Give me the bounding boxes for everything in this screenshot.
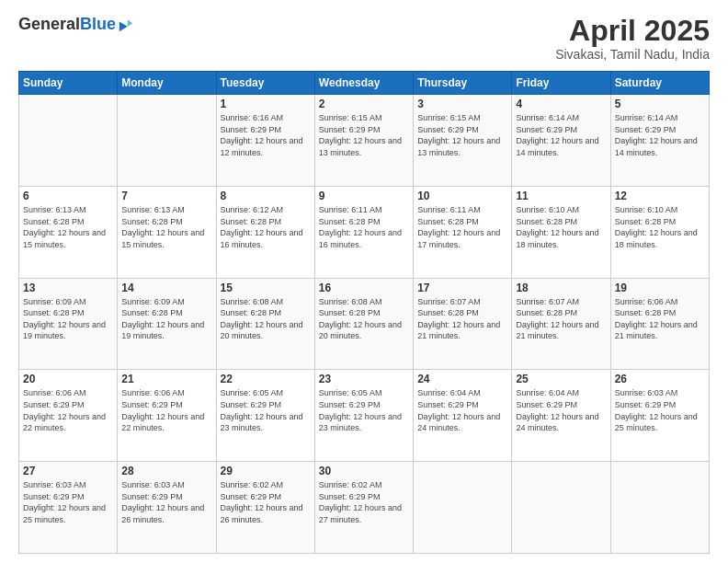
logo-general: GeneralBlue	[18, 15, 116, 34]
cell-info: Sunrise: 6:13 AM Sunset: 6:28 PM Dayligh…	[121, 204, 211, 250]
calendar-cell: 14Sunrise: 6:09 AM Sunset: 6:28 PM Dayli…	[118, 278, 216, 370]
cell-info: Sunrise: 6:06 AM Sunset: 6:29 PM Dayligh…	[23, 387, 113, 433]
day-number: 17	[417, 282, 507, 294]
calendar-header-cell: Tuesday	[216, 72, 314, 95]
calendar-header-row: SundayMondayTuesdayWednesdayThursdayFrid…	[19, 72, 710, 95]
logo-text: GeneralBlue	[18, 15, 134, 34]
day-number: 6	[23, 190, 113, 202]
calendar-week-row: 1Sunrise: 6:16 AM Sunset: 6:29 PM Daylig…	[19, 95, 710, 187]
cell-info: Sunrise: 6:03 AM Sunset: 6:29 PM Dayligh…	[615, 387, 705, 433]
svg-marker-0	[119, 17, 128, 30]
cell-info: Sunrise: 6:07 AM Sunset: 6:28 PM Dayligh…	[417, 296, 507, 342]
cell-info: Sunrise: 6:08 AM Sunset: 6:28 PM Dayligh…	[319, 296, 409, 342]
cell-info: Sunrise: 6:02 AM Sunset: 6:29 PM Dayligh…	[319, 479, 409, 525]
location: Sivakasi, Tamil Nadu, India	[555, 47, 710, 62]
day-number: 4	[516, 98, 606, 110]
calendar-cell: 24Sunrise: 6:04 AM Sunset: 6:29 PM Dayli…	[414, 370, 512, 462]
header: GeneralBlue April 2025 Sivakasi, Tamil N…	[18, 15, 710, 62]
calendar-cell: 17Sunrise: 6:07 AM Sunset: 6:28 PM Dayli…	[414, 278, 512, 370]
calendar-cell: 11Sunrise: 6:10 AM Sunset: 6:28 PM Dayli…	[512, 186, 610, 278]
cell-info: Sunrise: 6:15 AM Sunset: 6:29 PM Dayligh…	[417, 112, 507, 158]
cell-info: Sunrise: 6:02 AM Sunset: 6:29 PM Dayligh…	[221, 479, 311, 525]
calendar-cell: 1Sunrise: 6:16 AM Sunset: 6:29 PM Daylig…	[216, 95, 314, 187]
day-number: 25	[516, 373, 606, 385]
calendar-cell: 23Sunrise: 6:05 AM Sunset: 6:29 PM Dayli…	[314, 370, 413, 462]
cell-info: Sunrise: 6:11 AM Sunset: 6:28 PM Dayligh…	[417, 204, 507, 250]
month-title: April 2025	[555, 15, 710, 47]
cell-info: Sunrise: 6:03 AM Sunset: 6:29 PM Dayligh…	[121, 479, 211, 525]
cell-info: Sunrise: 6:09 AM Sunset: 6:28 PM Dayligh…	[121, 296, 211, 342]
calendar-cell: 10Sunrise: 6:11 AM Sunset: 6:28 PM Dayli…	[414, 186, 512, 278]
calendar-header-cell: Friday	[512, 72, 610, 95]
day-number: 28	[121, 465, 211, 477]
calendar-body: 1Sunrise: 6:16 AM Sunset: 6:29 PM Daylig…	[19, 95, 710, 554]
day-number: 15	[221, 282, 311, 294]
cell-info: Sunrise: 6:14 AM Sunset: 6:29 PM Dayligh…	[516, 112, 606, 158]
day-number: 5	[615, 98, 705, 110]
calendar-cell: 27Sunrise: 6:03 AM Sunset: 6:29 PM Dayli…	[19, 462, 118, 554]
calendar-cell: 2Sunrise: 6:15 AM Sunset: 6:29 PM Daylig…	[314, 95, 413, 187]
cell-info: Sunrise: 6:11 AM Sunset: 6:28 PM Dayligh…	[319, 204, 409, 250]
calendar-cell: 6Sunrise: 6:13 AM Sunset: 6:28 PM Daylig…	[19, 186, 118, 278]
calendar-cell: 3Sunrise: 6:15 AM Sunset: 6:29 PM Daylig…	[414, 95, 512, 187]
calendar-cell: 22Sunrise: 6:05 AM Sunset: 6:29 PM Dayli…	[216, 370, 314, 462]
cell-info: Sunrise: 6:10 AM Sunset: 6:28 PM Dayligh…	[516, 204, 606, 250]
calendar-cell: 13Sunrise: 6:09 AM Sunset: 6:28 PM Dayli…	[19, 278, 118, 370]
logo: GeneralBlue	[18, 15, 134, 34]
logo-flag-icon	[118, 17, 134, 33]
day-number: 27	[23, 465, 113, 477]
calendar-cell: 19Sunrise: 6:06 AM Sunset: 6:28 PM Dayli…	[610, 278, 709, 370]
day-number: 10	[417, 190, 507, 202]
calendar-cell	[118, 95, 216, 187]
calendar-cell: 16Sunrise: 6:08 AM Sunset: 6:28 PM Dayli…	[314, 278, 413, 370]
calendar-cell	[512, 462, 610, 554]
cell-info: Sunrise: 6:08 AM Sunset: 6:28 PM Dayligh…	[221, 296, 311, 342]
day-number: 30	[319, 465, 409, 477]
calendar-cell: 29Sunrise: 6:02 AM Sunset: 6:29 PM Dayli…	[216, 462, 314, 554]
cell-info: Sunrise: 6:06 AM Sunset: 6:29 PM Dayligh…	[121, 387, 211, 433]
calendar-week-row: 6Sunrise: 6:13 AM Sunset: 6:28 PM Daylig…	[19, 186, 710, 278]
calendar-cell: 18Sunrise: 6:07 AM Sunset: 6:28 PM Dayli…	[512, 278, 610, 370]
day-number: 21	[121, 373, 211, 385]
calendar-header-cell: Saturday	[610, 72, 709, 95]
calendar-cell: 4Sunrise: 6:14 AM Sunset: 6:29 PM Daylig…	[512, 95, 610, 187]
calendar-cell	[19, 95, 118, 187]
cell-info: Sunrise: 6:05 AM Sunset: 6:29 PM Dayligh…	[319, 387, 409, 433]
calendar-cell: 20Sunrise: 6:06 AM Sunset: 6:29 PM Dayli…	[19, 370, 118, 462]
day-number: 8	[221, 190, 311, 202]
calendar-header-cell: Sunday	[19, 72, 118, 95]
cell-info: Sunrise: 6:10 AM Sunset: 6:28 PM Dayligh…	[615, 204, 705, 250]
day-number: 14	[121, 282, 211, 294]
calendar-cell: 30Sunrise: 6:02 AM Sunset: 6:29 PM Dayli…	[314, 462, 413, 554]
svg-marker-1	[128, 19, 132, 26]
calendar-week-row: 20Sunrise: 6:06 AM Sunset: 6:29 PM Dayli…	[19, 370, 710, 462]
cell-info: Sunrise: 6:15 AM Sunset: 6:29 PM Dayligh…	[319, 112, 409, 158]
cell-info: Sunrise: 6:06 AM Sunset: 6:28 PM Dayligh…	[615, 296, 705, 342]
day-number: 23	[319, 373, 409, 385]
day-number: 16	[319, 282, 409, 294]
day-number: 9	[319, 190, 409, 202]
calendar-cell: 25Sunrise: 6:04 AM Sunset: 6:29 PM Dayli…	[512, 370, 610, 462]
calendar-header-cell: Thursday	[414, 72, 512, 95]
cell-info: Sunrise: 6:05 AM Sunset: 6:29 PM Dayligh…	[221, 387, 311, 433]
calendar-cell: 26Sunrise: 6:03 AM Sunset: 6:29 PM Dayli…	[610, 370, 709, 462]
calendar-week-row: 27Sunrise: 6:03 AM Sunset: 6:29 PM Dayli…	[19, 462, 710, 554]
calendar-cell: 15Sunrise: 6:08 AM Sunset: 6:28 PM Dayli…	[216, 278, 314, 370]
day-number: 26	[615, 373, 705, 385]
day-number: 7	[121, 190, 211, 202]
calendar-cell	[610, 462, 709, 554]
calendar-cell: 12Sunrise: 6:10 AM Sunset: 6:28 PM Dayli…	[610, 186, 709, 278]
day-number: 1	[221, 98, 311, 110]
calendar-cell	[414, 462, 512, 554]
calendar-header-cell: Monday	[118, 72, 216, 95]
cell-info: Sunrise: 6:13 AM Sunset: 6:28 PM Dayligh…	[23, 204, 113, 250]
cell-info: Sunrise: 6:04 AM Sunset: 6:29 PM Dayligh…	[516, 387, 606, 433]
calendar-cell: 21Sunrise: 6:06 AM Sunset: 6:29 PM Dayli…	[118, 370, 216, 462]
calendar-cell: 7Sunrise: 6:13 AM Sunset: 6:28 PM Daylig…	[118, 186, 216, 278]
day-number: 22	[221, 373, 311, 385]
cell-info: Sunrise: 6:12 AM Sunset: 6:28 PM Dayligh…	[221, 204, 311, 250]
page: GeneralBlue April 2025 Sivakasi, Tamil N…	[0, 0, 728, 563]
calendar-cell: 8Sunrise: 6:12 AM Sunset: 6:28 PM Daylig…	[216, 186, 314, 278]
day-number: 20	[23, 373, 113, 385]
day-number: 2	[319, 98, 409, 110]
